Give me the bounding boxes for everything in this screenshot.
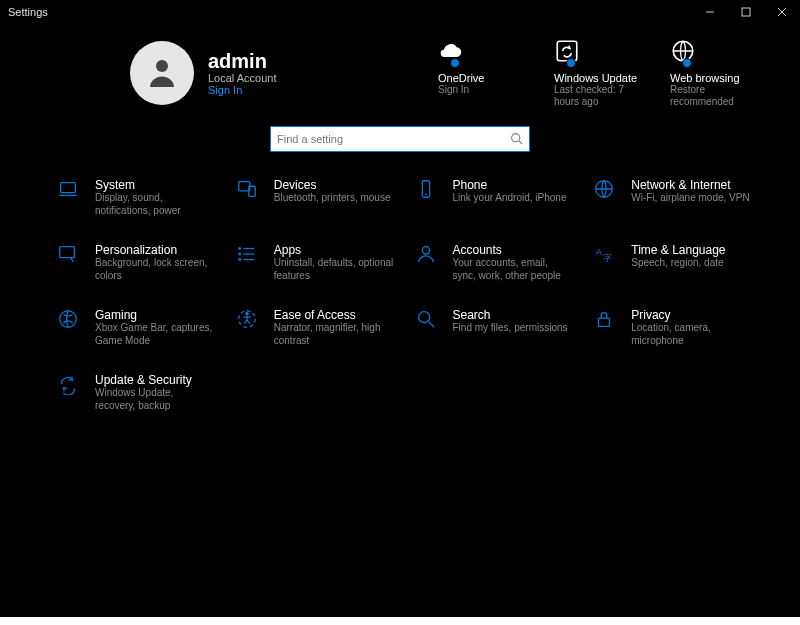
cat-sub: Location, camera, microphone (631, 322, 751, 347)
svg-line-30 (428, 322, 434, 328)
cat-personalization[interactable]: Personalization Background, lock screen,… (55, 243, 224, 282)
refresh-icon (55, 373, 81, 399)
svg-rect-11 (239, 182, 250, 191)
svg-point-21 (239, 253, 241, 255)
tile-title: Web browsing (670, 72, 760, 84)
search-wrap (0, 124, 800, 172)
cat-accounts[interactable]: Accounts Your accounts, email, sync, wor… (413, 243, 582, 282)
svg-point-22 (239, 259, 241, 261)
titlebar: Settings (0, 0, 800, 24)
minimize-button[interactable] (692, 0, 728, 24)
search-icon (413, 308, 439, 334)
cat-sub: Speech, region, date (631, 257, 725, 270)
user-name: admin (208, 50, 277, 72)
cat-title: Accounts (453, 243, 573, 257)
bottom-bar (0, 617, 800, 625)
tile-sub: Last checked: 7 hours ago (554, 84, 644, 108)
status-badge (566, 58, 576, 68)
svg-rect-31 (599, 318, 610, 326)
search-input[interactable] (277, 133, 510, 145)
svg-text:字: 字 (603, 253, 612, 263)
cat-title: Ease of Access (274, 308, 394, 322)
cat-phone[interactable]: Phone Link your Android, iPhone (413, 178, 582, 217)
cat-time-language[interactable]: A字 Time & Language Speech, region, date (591, 243, 760, 282)
cat-sub: Xbox Game Bar, captures, Game Mode (95, 322, 215, 347)
tile-sub: Sign In (438, 84, 528, 96)
header: admin Local Account Sign In OneDrive Sig… (0, 24, 800, 124)
phone-icon (413, 178, 439, 204)
user-text: admin Local Account Sign In (208, 50, 277, 96)
cat-network[interactable]: Network & Internet Wi-Fi, airplane mode,… (591, 178, 760, 217)
tile-windows-update[interactable]: Windows Update Last checked: 7 hours ago (554, 38, 644, 108)
cat-apps[interactable]: Apps Uninstall, defaults, optional featu… (234, 243, 403, 282)
language-icon: A字 (591, 243, 617, 269)
cat-title: Update & Security (95, 373, 215, 387)
cat-sub: Find my files, permissions (453, 322, 568, 335)
user-role: Local Account (208, 72, 277, 84)
tile-sub: Restore recommended (670, 84, 760, 108)
svg-point-26 (60, 311, 77, 328)
cat-title: Apps (274, 243, 394, 257)
tile-onedrive[interactable]: OneDrive Sign In (438, 38, 528, 108)
search-box[interactable] (270, 126, 530, 152)
tile-title: Windows Update (554, 72, 644, 84)
svg-point-28 (246, 312, 248, 314)
user-block[interactable]: admin Local Account Sign In (130, 38, 277, 108)
search-icon (510, 132, 523, 147)
cat-title: Time & Language (631, 243, 725, 257)
cat-devices[interactable]: Devices Bluetooth, printers, mouse (234, 178, 403, 217)
svg-rect-16 (60, 247, 75, 258)
cat-system[interactable]: System Display, sound, notifications, po… (55, 178, 224, 217)
tile-title: OneDrive (438, 72, 528, 84)
header-tiles: OneDrive Sign In Windows Update Last che… (438, 38, 760, 108)
xbox-icon (55, 308, 81, 334)
user-signin-link[interactable]: Sign In (208, 84, 277, 96)
cat-sub: Link your Android, iPhone (453, 192, 567, 205)
accessibility-icon (234, 308, 260, 334)
sync-icon (554, 38, 582, 66)
cat-search[interactable]: Search Find my files, permissions (413, 308, 582, 347)
svg-rect-5 (557, 41, 577, 61)
category-grid: System Display, sound, notifications, po… (0, 172, 800, 412)
cat-sub: Wi-Fi, airplane mode, VPN (631, 192, 749, 205)
status-badge (682, 58, 692, 68)
cat-title: System (95, 178, 215, 192)
cloud-icon (438, 38, 466, 66)
laptop-icon (55, 178, 81, 204)
svg-rect-1 (742, 8, 750, 16)
cat-title: Phone (453, 178, 567, 192)
close-button[interactable] (764, 0, 800, 24)
list-icon (234, 243, 260, 269)
cat-sub: Display, sound, notifications, power (95, 192, 215, 217)
paintbrush-icon (55, 243, 81, 269)
status-badge (450, 58, 460, 68)
cat-ease-of-access[interactable]: Ease of Access Narrator, magnifier, high… (234, 308, 403, 347)
svg-point-20 (239, 248, 241, 250)
lock-icon (591, 308, 617, 334)
cat-gaming[interactable]: Gaming Xbox Game Bar, captures, Game Mod… (55, 308, 224, 347)
tile-web-browsing[interactable]: Web browsing Restore recommended (670, 38, 760, 108)
avatar (130, 41, 194, 105)
cat-title: Search (453, 308, 568, 322)
svg-point-23 (422, 247, 429, 254)
cat-title: Privacy (631, 308, 751, 322)
cat-title: Network & Internet (631, 178, 749, 192)
devices-icon (234, 178, 260, 204)
svg-point-7 (512, 133, 520, 141)
cat-sub: Bluetooth, printers, mouse (274, 192, 391, 205)
cat-sub: Windows Update, recovery, backup (95, 387, 215, 412)
svg-line-8 (519, 140, 522, 143)
person-icon (413, 243, 439, 269)
cat-sub: Narrator, magnifier, high contrast (274, 322, 394, 347)
svg-point-29 (418, 312, 429, 323)
window-controls (692, 0, 800, 24)
maximize-button[interactable] (728, 0, 764, 24)
cat-sub: Uninstall, defaults, optional features (274, 257, 394, 282)
cat-privacy[interactable]: Privacy Location, camera, microphone (591, 308, 760, 347)
cat-title: Devices (274, 178, 391, 192)
cat-title: Gaming (95, 308, 215, 322)
person-icon (144, 54, 180, 92)
cat-title: Personalization (95, 243, 215, 257)
window-title: Settings (8, 6, 48, 18)
cat-update-security[interactable]: Update & Security Windows Update, recove… (55, 373, 224, 412)
